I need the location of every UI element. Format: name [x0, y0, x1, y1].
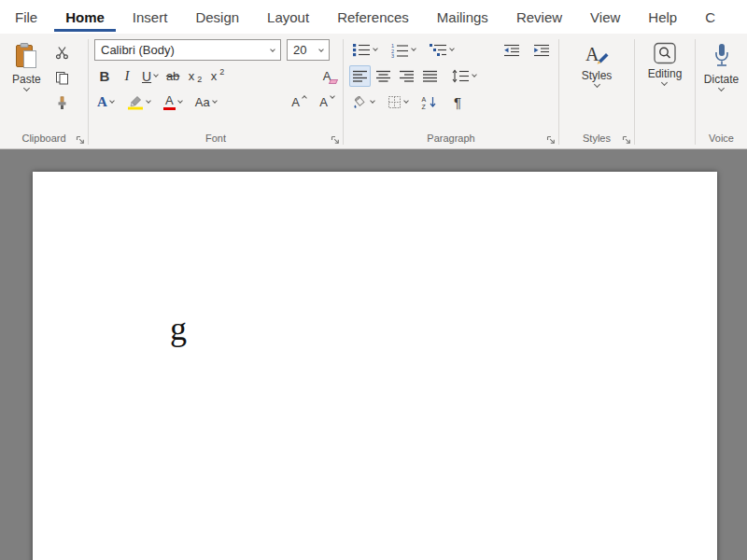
chevron-down-icon [472, 72, 477, 77]
increase-indent-button[interactable] [530, 39, 553, 61]
line-spacing-button[interactable] [448, 65, 479, 87]
scissors-icon [55, 46, 69, 60]
chevron-down-icon [593, 81, 599, 88]
highlight-button[interactable] [124, 91, 153, 113]
magnifier-icon [653, 42, 677, 64]
pilcrow-icon: ¶ [454, 95, 461, 109]
clear-formatting-button[interactable]: A [317, 65, 337, 87]
tab-mailings[interactable]: Mailings [423, 0, 502, 34]
chevron-down-icon [411, 46, 416, 51]
chevron-down-icon [403, 98, 409, 104]
align-left-button[interactable] [349, 65, 371, 87]
ribbon-tab-bar: File Home Insert Design Layout Reference… [0, 0, 747, 34]
tab-design[interactable]: Design [181, 0, 253, 34]
voice-group-label: Voice [709, 133, 734, 144]
editing-group: Editing [635, 34, 695, 148]
align-right-button[interactable] [396, 65, 417, 87]
paint-bucket-icon [352, 95, 368, 109]
styles-dialog-launcher-icon[interactable] [622, 135, 631, 145]
chevron-down-icon [177, 98, 183, 104]
ribbon: Paste [0, 34, 747, 149]
change-case-button[interactable]: Aa [192, 91, 219, 113]
paragraph-dialog-launcher-icon[interactable] [546, 135, 556, 145]
tab-view[interactable]: View [576, 0, 634, 34]
styles-button[interactable]: A Styles [575, 39, 619, 130]
decrease-indent-button[interactable] [500, 39, 523, 61]
align-center-button[interactable] [373, 65, 394, 87]
superscript-button[interactable]: x2 [207, 65, 228, 87]
word-window: File Home Insert Design Layout Reference… [0, 0, 747, 560]
tab-help[interactable]: Help [634, 0, 691, 34]
copy-button[interactable] [52, 67, 73, 89]
shading-button[interactable] [349, 91, 377, 113]
borders-button[interactable] [385, 91, 411, 113]
multilevel-list-icon [429, 43, 447, 57]
show-formatting-marks-button[interactable]: ¶ [447, 91, 468, 113]
format-painter-icon [55, 96, 69, 110]
eraser-icon [329, 79, 338, 84]
document-canvas: g [0, 149, 747, 560]
font-color-button[interactable]: A [161, 91, 185, 113]
paste-button[interactable]: Paste [6, 39, 48, 130]
tab-insert[interactable]: Insert [119, 0, 182, 34]
sort-button[interactable]: A Z [418, 91, 440, 113]
tab-layout[interactable]: Layout [253, 0, 323, 34]
document-page[interactable]: g [33, 172, 717, 560]
editing-button[interactable]: Editing [641, 39, 689, 130]
svg-text:A: A [585, 44, 599, 64]
tab-file[interactable]: File [1, 0, 51, 34]
align-left-icon [352, 70, 368, 83]
font-name-combobox[interactable]: Calibri (Body) [94, 39, 281, 61]
svg-text:3: 3 [391, 53, 394, 58]
dictate-label: Dictate [704, 73, 739, 86]
shrink-font-button[interactable]: A [317, 91, 337, 113]
font-dialog-launcher-icon[interactable] [331, 135, 340, 145]
align-center-icon [375, 70, 391, 83]
styles-group-label: Styles [583, 133, 611, 144]
clipboard-group: Paste [0, 34, 88, 148]
multilevel-list-button[interactable] [426, 39, 457, 61]
chevron-down-icon [449, 46, 455, 51]
styles-group: A Styles Styles [559, 34, 634, 148]
justify-button[interactable] [419, 65, 441, 87]
cut-button[interactable] [52, 42, 73, 63]
underline-button[interactable]: U [139, 65, 161, 87]
tab-home[interactable]: Home [51, 0, 119, 34]
bold-button[interactable]: B [94, 65, 115, 87]
chevron-down-icon [718, 85, 725, 91]
text-effects-button[interactable]: A [94, 91, 117, 113]
align-right-icon [399, 70, 415, 83]
font-name-value: Calibri (Body) [101, 43, 175, 57]
document-text[interactable]: g [170, 312, 187, 345]
highlighter-icon [127, 94, 144, 110]
editing-label: Editing [648, 67, 683, 80]
strikethrough-button[interactable]: ab [162, 65, 183, 87]
tab-references[interactable]: References [323, 0, 423, 34]
chevron-down-icon [373, 46, 378, 51]
font-size-value: 20 [293, 43, 306, 57]
line-spacing-icon [451, 69, 470, 83]
font-color-swatch [163, 107, 176, 110]
clipboard-dialog-launcher-icon[interactable] [76, 135, 85, 145]
italic-button[interactable]: I [117, 65, 137, 87]
tab-comments-clipped[interactable]: C [691, 0, 729, 34]
subscript-button[interactable]: x2 [185, 65, 205, 87]
chevron-down-icon [370, 98, 375, 104]
borders-grid-icon [388, 95, 402, 109]
format-painter-button[interactable] [52, 92, 73, 114]
paragraph-group-label: Paragraph [427, 133, 474, 144]
chevron-down-icon [109, 98, 115, 104]
numbering-button[interactable]: 1 2 3 [388, 39, 418, 61]
chevron-down-icon [661, 79, 668, 86]
grow-font-button[interactable]: A [289, 91, 309, 113]
font-size-combobox[interactable]: 20 [287, 39, 330, 61]
dictate-button[interactable]: Dictate [698, 39, 745, 130]
increase-indent-icon [533, 44, 550, 57]
chevron-down-icon [23, 85, 30, 91]
styles-icon: A [584, 42, 610, 66]
chevron-down-icon [212, 98, 218, 104]
chevron-down-icon [318, 47, 324, 52]
tab-review[interactable]: Review [502, 0, 576, 34]
svg-text:Z: Z [422, 104, 427, 110]
bullets-button[interactable] [349, 39, 380, 61]
